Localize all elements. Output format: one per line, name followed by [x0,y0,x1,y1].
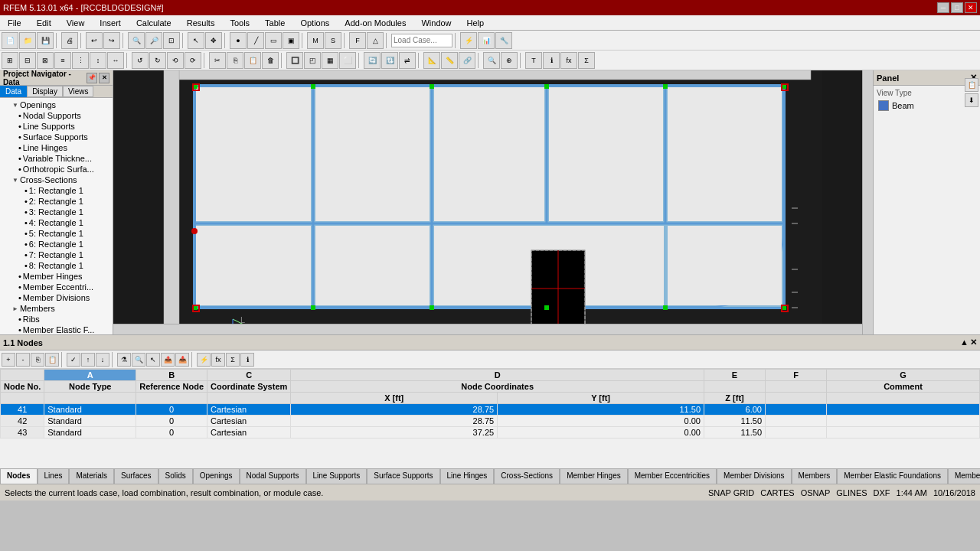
tb-calculate[interactable]: ⚡ [460,32,477,49]
table-row[interactable]: 41 Standard 0 Cartesian 28.75 11.50 6.00 [1,404,980,416]
tb2-3[interactable]: ⊠ [37,52,54,69]
tab-lines[interactable]: Lines [38,468,70,484]
tt-del-row[interactable]: - [16,353,30,367]
tb2-25[interactable]: 🔗 [459,52,475,69]
tb-zoom-out[interactable]: 🔎 [145,32,162,49]
tree-nodal-supports[interactable]: •Nodal Supports [0,110,113,121]
scroll-vertical[interactable] [862,70,873,334]
tree-cs-2[interactable]: •2: Rectangle 1 [0,196,113,207]
tb2-15[interactable]: 🗑 [262,52,279,69]
tb2-20[interactable]: 🔄 [364,52,381,69]
tb2-5[interactable]: ⋮ [72,52,89,69]
tb-move[interactable]: ✥ [205,32,222,49]
tree-member-elastic[interactable]: •Member Elastic F... [0,324,113,334]
tb2-28[interactable]: T [525,52,542,69]
tb-line[interactable]: ╱ [247,32,264,49]
tb-section[interactable]: S [325,32,341,49]
tb2-27[interactable]: ⊕ [501,52,518,69]
tb2-16[interactable]: 🔲 [286,52,303,69]
tb2-10[interactable]: ⟲ [167,52,184,69]
tt-sigma[interactable]: Σ [226,353,240,367]
tree-orthotropic[interactable]: •Orthotropic Surfa... [0,164,113,174]
tree-surface-supports[interactable]: •Surface Supports [0,132,113,142]
tb2-14[interactable]: 📋 [244,52,261,69]
nav-tab-display[interactable]: Display [27,86,63,97]
tb2-30[interactable]: fx [560,52,577,69]
tree-cs-5[interactable]: •5: Rectangle 1 [0,228,113,239]
tb2-29[interactable]: ℹ [543,52,560,69]
tb2-19[interactable]: ⬜ [339,52,356,69]
right-icon-1[interactable]: 📋 [965,78,978,92]
tree-variable-thickness[interactable]: •Variable Thickne... [0,153,113,164]
tab-cross-sections[interactable]: Cross-Sections [494,468,560,484]
tb2-17[interactable]: ◰ [304,52,321,69]
tab-materials[interactable]: Materials [69,468,114,484]
tree-cs-6[interactable]: •6: Rectangle 1 [0,239,113,249]
tree-openings[interactable]: ▼Openings [0,99,113,110]
tab-member-eccentricities[interactable]: Member Eccentricities [628,468,717,484]
tb2-13[interactable]: ⎘ [227,52,243,69]
tt-new-row[interactable]: + [2,353,15,367]
menu-options[interactable]: Options [296,17,334,29]
load-case-input[interactable] [391,34,452,47]
tt-calc[interactable]: ⚡ [197,353,211,367]
minimize-button[interactable]: ─ [937,2,949,13]
tb2-4[interactable]: ≡ [54,52,71,69]
tb2-7[interactable]: ↔ [107,52,124,69]
tt-export[interactable]: 📤 [161,353,175,367]
tree-members[interactable]: ►Members [0,303,113,314]
tab-line-supports[interactable]: Line Supports [306,468,368,484]
tree-line-supports[interactable]: •Line Supports [0,121,113,132]
tree-line-hinges[interactable]: •Line Hinges [0,142,113,153]
tb2-31[interactable]: Σ [578,52,595,69]
table-expand-btn[interactable]: ▲ [960,337,969,347]
tb-load[interactable]: F [349,32,366,49]
menu-edit[interactable]: Edit [32,17,56,29]
tree-member-hinges[interactable]: •Member Hinges [0,271,113,282]
tt-check[interactable]: ✓ [67,353,80,367]
tab-members[interactable]: Members [792,468,838,484]
tree-cs-7[interactable]: •7: Rectangle 1 [0,249,113,260]
close-button[interactable]: ✕ [965,2,977,13]
viewport[interactable]: L [113,70,873,334]
tb2-23[interactable]: 📐 [423,52,440,69]
tab-member-elastic[interactable]: Member Elastic Foundations [837,468,948,484]
tt-info[interactable]: ℹ [240,353,254,367]
tt-search[interactable]: 🔍 [132,353,145,367]
menu-file[interactable]: File [3,17,26,29]
tree-cs-1[interactable]: •1: Rectangle 1 [0,185,113,196]
menu-table[interactable]: Table [260,17,289,29]
tt-select[interactable]: ↖ [146,353,160,367]
tb-zoom-fit[interactable]: ⊡ [163,32,180,49]
tb2-24[interactable]: 📏 [441,52,458,69]
tb-open[interactable]: 📁 [19,32,36,49]
tt-up[interactable]: ↑ [81,353,95,367]
tb-new[interactable]: 📄 [2,32,18,49]
tab-nodes[interactable]: Nodes [0,468,38,484]
right-icon-2[interactable]: ⬇ [965,93,978,107]
tb2-18[interactable]: ▦ [322,52,338,69]
panel-pin-btn[interactable]: 📌 [87,73,97,83]
tt-down[interactable]: ↓ [96,353,109,367]
tree-cs-3[interactable]: •3: Rectangle 1 [0,207,113,217]
tab-nodal-supports[interactable]: Nodal Supports [240,468,306,484]
tab-surface-supports[interactable]: Surface Supports [367,468,439,484]
tb2-2[interactable]: ⊟ [19,52,36,69]
tb-select[interactable]: ↖ [188,32,204,49]
tb2-26[interactable]: 🔍 [483,52,500,69]
table-row[interactable]: 43 Standard 0 Cartesian 37.25 0.00 11.50 [1,427,980,439]
table-row[interactable]: 42 Standard 0 Cartesian 28.75 0.00 11.50 [1,416,980,427]
tree-member-eccentricities[interactable]: •Member Eccentri... [0,282,113,292]
maximize-button[interactable]: □ [951,2,963,13]
tab-member-hinges[interactable]: Member Hinges [560,468,628,484]
tab-member-divisions[interactable]: Member Divisions [717,468,791,484]
tt-formula[interactable]: fx [211,353,225,367]
tb-zoom-in[interactable]: 🔍 [128,32,145,49]
tt-paste[interactable]: 📋 [45,353,59,367]
tab-solids[interactable]: Solids [158,468,193,484]
tb-solid[interactable]: ▣ [283,32,299,49]
menu-help[interactable]: Help [462,17,489,29]
tb-undo[interactable]: ↩ [86,32,103,49]
tb-redo[interactable]: ↪ [103,32,120,49]
tb-support[interactable]: △ [367,32,384,49]
